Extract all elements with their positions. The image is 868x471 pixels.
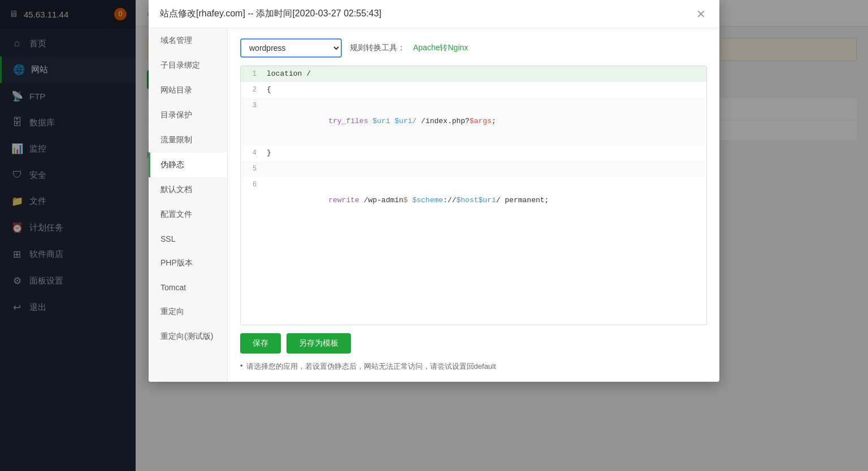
line-number: 3: [241, 98, 262, 114]
line-content: }: [262, 145, 706, 161]
code-line-6: 6 rewrite /wp-admin$ $scheme://$host$uri…: [241, 177, 706, 224]
save-button[interactable]: 保存: [240, 333, 281, 354]
code-line-4: 4 }: [241, 145, 706, 161]
code-line-5: 5: [241, 161, 706, 177]
rewrite-toolbar: wordpress thinkphp laravel discuz defaul…: [240, 38, 707, 58]
modal-nav-sitedir[interactable]: 网站目录: [149, 78, 227, 103]
modal-nav-redirect[interactable]: 重定向: [149, 299, 227, 324]
modal-nav-dirprotect[interactable]: 目录保护: [149, 103, 227, 128]
modal-nav-traffic[interactable]: 流量限制: [149, 128, 227, 152]
modal-nav-ssl[interactable]: SSL: [149, 227, 227, 251]
line-number: 2: [241, 82, 262, 98]
modal-overlay: 站点修改[rhafey.com] -- 添加时间[2020-03-27 02:5…: [0, 0, 868, 471]
modal-title: 站点修改[rhafey.com] -- 添加时间[2020-03-27 02:5…: [160, 8, 381, 20]
modal-nav-config[interactable]: 配置文件: [149, 202, 227, 227]
line-number: 4: [241, 145, 262, 161]
modal-nav-domain[interactable]: 域名管理: [149, 28, 227, 53]
line-number: 6: [241, 177, 262, 193]
hint-content: 请选择您的应用，若设置伪静态后，网站无法正常访问，请尝试设置回default: [246, 361, 496, 372]
modal-content: wordpress thinkphp laravel discuz defaul…: [228, 28, 719, 382]
line-content: [262, 161, 706, 177]
modal-nav-subdir[interactable]: 子目录绑定: [149, 53, 227, 78]
rewrite-preset-select[interactable]: wordpress thinkphp laravel discuz defaul…: [240, 38, 342, 58]
modal-buttons: 保存 另存为模板: [240, 333, 707, 354]
apache-to-nginx-link[interactable]: Apache转Nginx: [413, 43, 468, 53]
hint-text: • 请选择您的应用，若设置伪静态后，网站无法正常访问，请尝试设置回default: [240, 361, 707, 372]
modal-nav-rewrite[interactable]: 伪静态: [149, 152, 227, 177]
code-line-3: 3 try_files $uri $uri/ /index.php?$args;: [241, 98, 706, 145]
modal-nav-redirect-test[interactable]: 重定向(测试版): [149, 324, 227, 349]
hint-bullet: •: [240, 361, 243, 370]
rewrite-tool-label: 规则转换工具：: [350, 43, 405, 53]
save-as-template-button[interactable]: 另存为模板: [287, 333, 351, 354]
line-content: {: [262, 82, 706, 98]
code-line-1: 1 location /: [241, 66, 706, 82]
modal-nav: 域名管理 子目录绑定 网站目录 目录保护 流量限制 伪静态 默认: [149, 28, 228, 382]
modal: 站点修改[rhafey.com] -- 添加时间[2020-03-27 02:5…: [149, 0, 719, 382]
modal-nav-defaultdoc[interactable]: 默认文档: [149, 177, 227, 202]
modal-header: 站点修改[rhafey.com] -- 添加时间[2020-03-27 02:5…: [149, 0, 719, 28]
modal-body: 域名管理 子目录绑定 网站目录 目录保护 流量限制 伪静态 默认: [149, 28, 719, 382]
line-number: 1: [241, 66, 262, 82]
line-number: 5: [241, 161, 262, 177]
code-line-2: 2 {: [241, 82, 706, 98]
line-content: location /: [262, 66, 706, 82]
modal-nav-php[interactable]: PHP版本: [149, 251, 227, 276]
code-editor[interactable]: 1 location / 2 { 3 try_files $uri $uri/ …: [240, 66, 707, 325]
line-content: try_files $uri $uri/ /index.php?$args;: [262, 98, 706, 145]
line-content: rewrite /wp-admin$ $scheme://$host$uri/ …: [262, 177, 706, 224]
modal-close-button[interactable]: ✕: [694, 8, 708, 20]
modal-nav-tomcat[interactable]: Tomcat: [149, 276, 227, 299]
